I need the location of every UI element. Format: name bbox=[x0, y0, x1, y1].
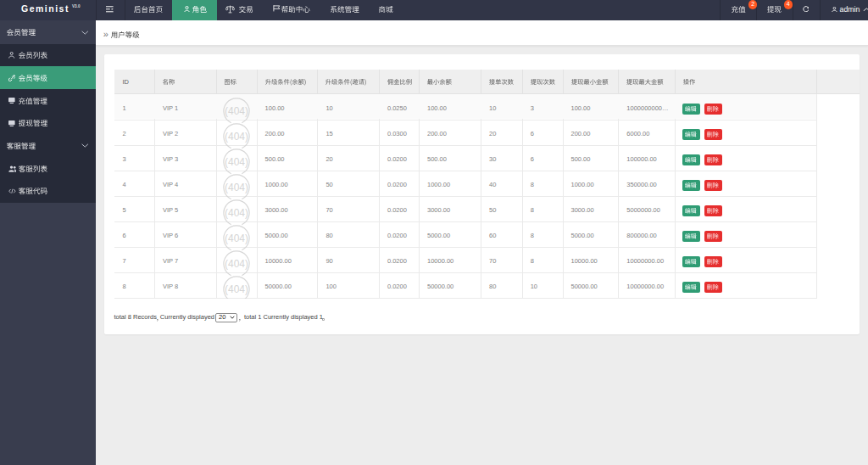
svg-text:(404): (404) bbox=[225, 283, 248, 295]
svg-text:(404): (404) bbox=[225, 156, 248, 168]
svg-text:(404): (404) bbox=[225, 131, 248, 143]
svg-text:(404): (404) bbox=[225, 258, 248, 270]
svg-text:(404): (404) bbox=[225, 182, 248, 193]
svg-text:(404): (404) bbox=[225, 105, 248, 117]
svg-text:(404): (404) bbox=[225, 232, 248, 244]
svg-text:(404): (404) bbox=[225, 207, 248, 219]
